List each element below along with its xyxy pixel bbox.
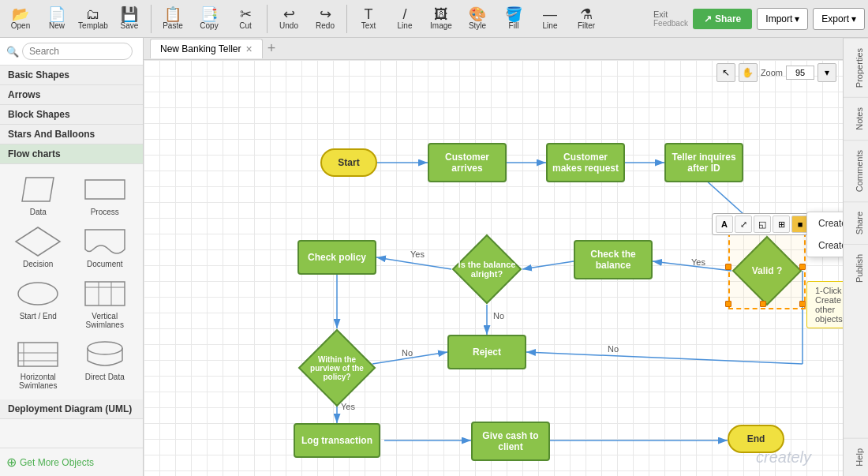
shape-start-end[interactable]: Start / End: [6, 275, 70, 332]
shape-direct-data[interactable]: Direct Data: [73, 335, 137, 393]
sel-handle-mr[interactable]: [799, 264, 806, 270]
cut-button[interactable]: ✂ Cut: [228, 2, 263, 36]
deployment-diagram-category[interactable]: Deployment Diagram (UML): [0, 399, 143, 419]
export-button[interactable]: Export ▾: [813, 8, 865, 30]
svg-marker-0: [22, 178, 54, 201]
shape-horizontal-swimlanes[interactable]: Horizontal Swimlanes: [6, 335, 70, 393]
tab-close-icon[interactable]: ×: [246, 43, 253, 55]
image-button[interactable]: 🖼 Image: [424, 2, 458, 36]
svg-marker-32: [733, 237, 801, 305]
sel-handle-br[interactable]: [799, 301, 806, 307]
shape-start-end-label: Start / End: [20, 312, 57, 320]
zoom-input[interactable]: [786, 66, 814, 80]
new-button[interactable]: 📄 New: [39, 2, 74, 36]
node-reject[interactable]: Reject: [447, 335, 526, 369]
right-tab-share[interactable]: Share: [844, 201, 869, 244]
node-valid[interactable]: Valid ?: [731, 235, 803, 306]
node-purview[interactable]: Within the purview of the policy?: [297, 328, 376, 407]
node-balance-alright[interactable]: Is the balance alright?: [451, 234, 522, 305]
line-icon: /: [402, 7, 406, 21]
search-input[interactable]: [22, 43, 133, 60]
horizontal-swimlanes-svg: [14, 339, 62, 370]
undo-button[interactable]: ↩ Undo: [271, 2, 306, 36]
start-end-shape-svg: [14, 278, 62, 309]
label-no-1: No: [493, 311, 504, 320]
style-button[interactable]: 🎨 Style: [460, 2, 495, 36]
right-tab-help[interactable]: Help: [844, 438, 869, 476]
basic-shapes-category[interactable]: Basic Shapes: [0, 66, 143, 85]
text-button[interactable]: T Text: [351, 2, 386, 36]
import-dropdown-icon: ▾: [795, 13, 799, 24]
redo-icon: ↪: [320, 7, 331, 21]
right-tab-publish[interactable]: Publish: [844, 244, 869, 292]
open-icon: 📂: [12, 7, 29, 21]
node-log-transaction[interactable]: Log transaction: [294, 423, 380, 458]
ft-text-button[interactable]: A: [716, 216, 733, 233]
ctx-create-start-end[interactable]: Create a Start / End: [807, 234, 843, 257]
copy-button[interactable]: 📑 Copy: [192, 2, 226, 36]
filter-button[interactable]: ⚗ Filter: [569, 2, 604, 36]
tab-add-button[interactable]: +: [268, 40, 276, 57]
ft-move-button[interactable]: ⤢: [735, 216, 752, 233]
node-customer-request[interactable]: Customer makes request: [546, 143, 625, 182]
canvas[interactable]: Start Customer arrives Customer makes re…: [144, 60, 843, 476]
stars-balloons-category[interactable]: Stars And Balloons: [0, 125, 143, 144]
template-button[interactable]: 🗂 Templab: [76, 2, 110, 36]
shape-decision[interactable]: Decision: [6, 223, 70, 272]
shape-vertical-swimlanes-label: Vertical Swimlanes: [77, 312, 134, 329]
main-layout: 🔍 Basic Shapes Arrows Block Shapes Stars…: [0, 38, 868, 476]
redo-button[interactable]: ↪ Redo: [308, 2, 342, 36]
ft-style-button[interactable]: ◱: [754, 216, 771, 233]
right-tab-notes[interactable]: Notes: [844, 97, 869, 140]
node-check-balance[interactable]: Check the balance: [574, 240, 653, 279]
svg-marker-2: [16, 227, 60, 256]
canvas-tab[interactable]: New Banking Teller ×: [150, 39, 263, 58]
node-teller[interactable]: Teller inquires after ID: [664, 143, 743, 182]
shape-direct-data-label: Direct Data: [85, 373, 125, 381]
fill-button[interactable]: 🪣 Fill: [496, 2, 531, 36]
filter-icon: ⚗: [580, 7, 593, 21]
context-menu: Create a Decision Create a Start / End: [806, 212, 843, 257]
ft-table-button[interactable]: ⊞: [773, 216, 790, 233]
sel-handle-bm[interactable]: [760, 301, 766, 307]
sep3: [346, 5, 347, 33]
block-shapes-category[interactable]: Block Shapes: [0, 105, 143, 125]
line-button[interactable]: / Line: [387, 2, 422, 36]
shape-vertical-swimlanes[interactable]: Vertical Swimlanes: [73, 275, 137, 332]
shapes-scroll: Basic Shapes Arrows Block Shapes Stars A…: [0, 66, 143, 448]
cursor-tool-button[interactable]: ↖: [716, 63, 735, 82]
hand-tool-button[interactable]: ✋: [739, 63, 758, 82]
zoom-dropdown-icon[interactable]: ▾: [817, 63, 836, 82]
sel-handle-ml[interactable]: [725, 264, 731, 270]
node-end[interactable]: End: [728, 425, 784, 453]
save-button[interactable]: 💾 Save: [112, 2, 147, 36]
ctx-create-decision[interactable]: Create a Decision: [807, 212, 843, 234]
arrows-category[interactable]: Arrows: [0, 85, 143, 105]
share-button[interactable]: ↗ Share: [693, 9, 752, 29]
shape-document[interactable]: Document: [73, 223, 137, 272]
open-button[interactable]: 📂 Open: [3, 2, 38, 36]
node-customer-arrives[interactable]: Customer arrives: [428, 143, 507, 182]
cut-icon: ✂: [240, 7, 252, 21]
node-start[interactable]: Start: [320, 148, 377, 177]
get-more-objects[interactable]: ⊕ Get More Objects: [0, 448, 143, 476]
shape-data[interactable]: Data: [6, 171, 70, 219]
svg-line-22: [376, 257, 451, 269]
line2-button[interactable]: — Line: [533, 2, 567, 36]
flow-charts-category[interactable]: Flow charts: [0, 144, 143, 164]
svg-rect-1: [85, 180, 125, 199]
exit-link[interactable]: Exit: [653, 9, 688, 19]
sel-handle-bl[interactable]: [725, 301, 731, 307]
node-check-policy[interactable]: Check policy: [297, 240, 376, 275]
node-give-cash[interactable]: Give cash to client: [471, 422, 550, 461]
right-tab-comments[interactable]: Comments: [844, 140, 869, 201]
template-icon: 🗂: [86, 7, 100, 21]
feedback-link[interactable]: Feedback: [653, 19, 688, 28]
shape-process[interactable]: Process: [73, 171, 137, 219]
paste-button[interactable]: 📋 Paste: [155, 2, 190, 36]
import-button[interactable]: Import ▾: [757, 8, 808, 30]
document-shape-svg: [81, 226, 129, 257]
right-tab-properties[interactable]: Properties: [844, 38, 869, 97]
shape-document-label: Document: [87, 260, 123, 268]
fill-icon: 🪣: [505, 7, 522, 21]
